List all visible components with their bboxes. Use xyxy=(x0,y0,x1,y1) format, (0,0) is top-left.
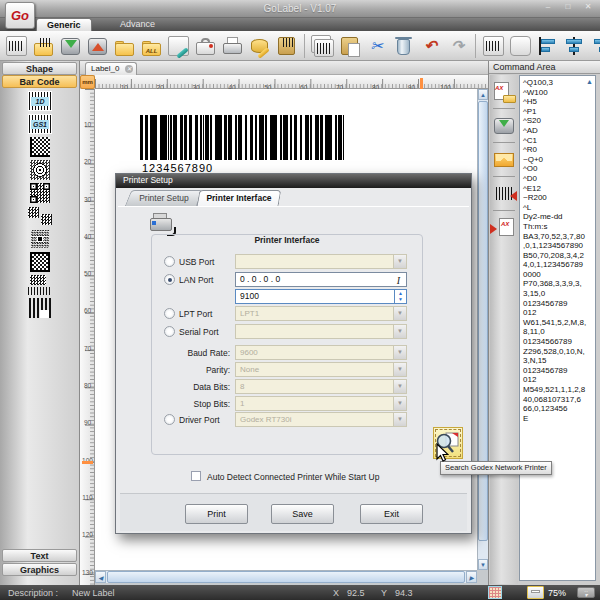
text-cursor-icon: I xyxy=(397,274,400,287)
delete-icon[interactable] xyxy=(391,33,416,59)
new-label-icon[interactable] xyxy=(4,33,29,59)
command-line: ,0,1,1234567890 xyxy=(523,241,595,251)
barcode-tool-icon[interactable] xyxy=(481,33,506,59)
maximize-button[interactable]: □ xyxy=(562,2,574,11)
barcode-type-list: 1D GS1 xyxy=(0,89,80,319)
zoom-preview-icon[interactable] xyxy=(527,586,544,599)
statusbar-widget[interactable]: ‥▾ xyxy=(577,587,595,598)
lan-ip-input[interactable]: 0 . 0 . 0 . 0I xyxy=(235,272,407,287)
open-label-icon[interactable] xyxy=(31,33,56,59)
sidebar-text-header[interactable]: Text xyxy=(2,549,77,562)
barcode-datamatrix-icon[interactable] xyxy=(0,135,80,158)
paste-icon[interactable] xyxy=(337,33,362,59)
ruler-unit-badge[interactable]: mm xyxy=(80,75,95,89)
minimize-button[interactable]: – xyxy=(542,2,554,11)
sidebar-graphics-header[interactable]: Graphics xyxy=(2,563,77,576)
save-command-icon[interactable] xyxy=(490,114,518,138)
print-button[interactable]: Print xyxy=(185,504,248,524)
barcode-microqr-icon[interactable] xyxy=(0,204,80,227)
driver-port-select: Godex RT730i▼ xyxy=(235,412,407,427)
horizontal-scroll-thumb[interactable] xyxy=(107,571,465,583)
save-label-icon[interactable] xyxy=(58,33,83,59)
barcode-maxicode-icon[interactable] xyxy=(0,158,80,181)
canvas-vertical-scrollbar[interactable]: ▲ ▼ xyxy=(477,89,488,570)
tab-generic[interactable]: Generic xyxy=(36,18,92,31)
sync-printer-icon[interactable] xyxy=(274,33,299,59)
scroll-down-icon[interactable]: ▼ xyxy=(478,559,488,570)
zoom-level: 75% xyxy=(548,588,566,598)
barcode-hanxin-icon[interactable] xyxy=(0,250,80,273)
lpt-port-radio[interactable] xyxy=(164,308,175,319)
lan-port-number-input[interactable]: 9100▲▼ xyxy=(235,289,407,304)
database-setup-icon[interactable] xyxy=(247,33,272,59)
driver-port-radio[interactable] xyxy=(164,414,175,425)
label-setup-icon[interactable] xyxy=(166,33,191,59)
coord-y-value: 94.3 xyxy=(395,588,413,598)
recall-from-printer-icon[interactable] xyxy=(490,182,518,206)
horizontal-ruler-numbers: 102030405060708090100 xyxy=(95,76,488,85)
print-icon[interactable] xyxy=(220,33,245,59)
toolbar-separator xyxy=(475,34,476,58)
open-all-icon[interactable]: ALL xyxy=(139,33,164,59)
cursor-y-marker xyxy=(82,461,93,464)
barcode-composite-icon[interactable] xyxy=(0,273,80,296)
tab-printer-setup[interactable]: Printer Setup xyxy=(128,190,200,206)
serial-port-radio[interactable] xyxy=(164,326,175,337)
scroll-up-icon[interactable]: ▲ xyxy=(478,89,488,100)
open-folder-icon[interactable] xyxy=(112,33,137,59)
auto-detect-checkbox[interactable] xyxy=(191,471,201,481)
scroll-left-icon[interactable]: ◀ xyxy=(95,571,106,583)
sidebar-shape-header[interactable]: Shape xyxy=(2,62,77,75)
command-line: M549,521,1,1,2,8 xyxy=(523,385,595,395)
send-command-mail-icon[interactable] xyxy=(490,148,518,172)
barcode-gs1-icon[interactable]: GS1 xyxy=(0,112,80,135)
close-button[interactable]: ✕ xyxy=(582,2,594,11)
label-tab-close-icon[interactable]: ✕ xyxy=(125,65,133,73)
canvas-horizontal-scrollbar[interactable]: ◀ ▶ xyxy=(95,570,477,583)
grid-toggle-icon[interactable] xyxy=(488,586,502,599)
tab-advance[interactable]: Advance xyxy=(110,18,165,31)
barcode-object[interactable] xyxy=(140,115,345,160)
lan-port-radio[interactable] xyxy=(164,274,175,285)
label-tab[interactable]: Label_0 ✕ xyxy=(85,62,137,75)
vertical-scroll-thumb[interactable] xyxy=(478,101,488,541)
auto-detect-label: Auto Detect Connected Printer While Star… xyxy=(207,472,379,482)
command-line: 3,N,15 xyxy=(523,356,595,366)
blank-label-icon[interactable] xyxy=(508,33,533,59)
barcode-ean-icon[interactable] xyxy=(0,296,80,319)
align-right-icon[interactable] xyxy=(589,33,600,59)
command-line: 4,0,1,123456789 xyxy=(523,260,595,270)
recall-label-icon[interactable] xyxy=(85,33,110,59)
printer-setup-icon[interactable] xyxy=(193,33,218,59)
copy-icon[interactable] xyxy=(310,33,335,59)
scroll-right-icon[interactable]: ▶ xyxy=(466,571,477,583)
cursor-x-marker xyxy=(420,78,423,89)
align-left-icon[interactable] xyxy=(535,33,560,59)
usb-port-label: USB Port xyxy=(179,257,214,267)
usb-port-radio[interactable] xyxy=(164,256,175,267)
label-tab-title: Label_0 xyxy=(91,64,119,73)
coord-y-label: Y xyxy=(381,588,387,598)
command-area-panel: Command Area AX AX ▲ ^Q100,3^W100^H5^P1^… xyxy=(488,61,600,585)
align-center-icon[interactable] xyxy=(562,33,587,59)
spinner-arrows-icon[interactable]: ▲▼ xyxy=(394,290,406,303)
app-logo[interactable]: Go xyxy=(5,2,35,29)
undo-icon[interactable]: ↶ xyxy=(418,33,443,59)
import-command-icon[interactable]: AX xyxy=(490,216,518,240)
exit-button[interactable]: Exit xyxy=(360,504,423,524)
export-command-file-icon[interactable]: AX xyxy=(490,80,518,104)
command-line: ^Q100,3 xyxy=(523,78,595,88)
save-button[interactable]: Save xyxy=(271,504,334,524)
command-scroll-up-icon[interactable]: ▲ xyxy=(586,78,593,85)
mouse-cursor-icon xyxy=(436,443,449,466)
barcode-1d-icon[interactable]: 1D xyxy=(0,89,80,112)
command-list[interactable]: ▲ ^Q100,3^W100^H5^P1^S20^AD^C1^R0~Q+0^O0… xyxy=(519,75,596,581)
cut-icon[interactable]: ✂ xyxy=(364,33,389,59)
sidebar-barcode-header[interactable]: Bar Code xyxy=(2,75,77,88)
printer-interface-group: Printer Interface USB Port ▼ LAN Port 0 … xyxy=(151,234,423,455)
tab-printer-interface[interactable]: Printer Interface xyxy=(198,190,280,206)
redo-icon[interactable]: ↷ xyxy=(445,33,470,59)
barcode-qrcode-icon[interactable] xyxy=(0,181,80,204)
barcode-aztec-icon[interactable] xyxy=(0,227,80,250)
menu-bar: Generic Advance xyxy=(0,18,600,31)
